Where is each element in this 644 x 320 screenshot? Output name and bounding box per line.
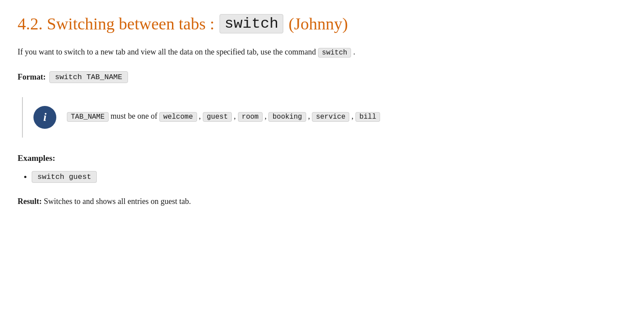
result-label: Result: — [18, 197, 42, 206]
title-command: switch — [220, 14, 283, 33]
info-box: i TAB_NAME must be one of welcome , gues… — [22, 97, 626, 138]
format-line: Format: switch TAB_NAME — [18, 71, 626, 83]
option-guest: guest — [203, 112, 232, 122]
example-list: switch guest — [18, 172, 626, 181]
title-prefix: 4.2. Switching between tabs : — [18, 14, 214, 33]
intro-text-before: If you want to switch to a new tab and v… — [18, 47, 316, 56]
example-switch-guest: switch guest — [32, 171, 97, 183]
option-service: service — [312, 112, 349, 122]
option-bill: bill — [355, 112, 380, 122]
result-line: Result: Switches to and shows all entrie… — [18, 195, 626, 208]
info-description-before: must be one of — [110, 112, 157, 120]
intro-command-code: switch — [318, 48, 351, 58]
page-title: 4.2. Switching between tabs : switch (Jo… — [18, 14, 626, 33]
option-welcome: welcome — [159, 112, 197, 122]
title-suffix: (Johnny) — [289, 14, 348, 33]
format-label: Format: — [18, 73, 46, 82]
tab-name-code: TAB_NAME — [67, 112, 109, 122]
intro-paragraph: If you want to switch to a new tab and v… — [18, 46, 626, 59]
option-room: room — [238, 112, 263, 122]
examples-heading: Examples: — [18, 153, 626, 163]
option-booking: booking — [268, 112, 306, 122]
intro-text-after: . — [353, 47, 355, 56]
info-icon: i — [33, 106, 56, 129]
info-box-text: TAB_NAME must be one of welcome , guest … — [67, 106, 380, 123]
format-code: switch TAB_NAME — [49, 71, 128, 83]
result-text: Switches to and shows all entries on gue… — [44, 197, 191, 206]
list-item: switch guest — [32, 172, 626, 181]
